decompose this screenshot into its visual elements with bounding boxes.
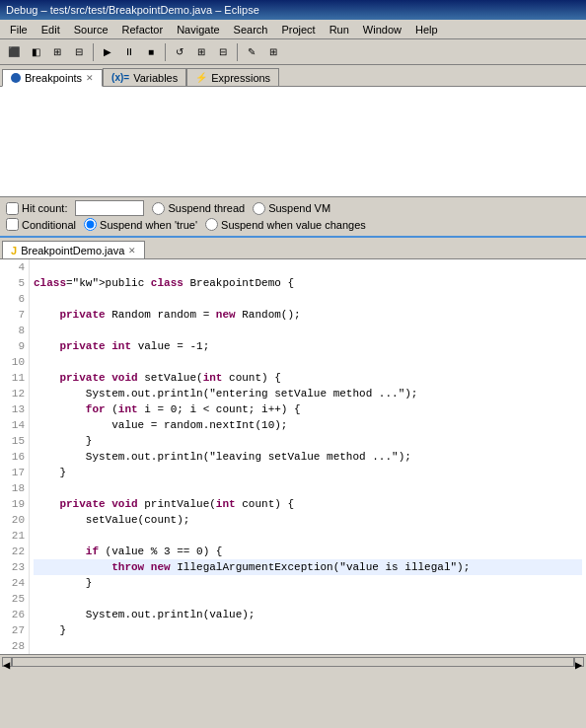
tab-breakpoints-close[interactable]: ✕: [86, 73, 94, 83]
line-number: 24: [4, 575, 25, 591]
suspend-thread-radio-label[interactable]: Suspend thread: [152, 202, 245, 215]
toolbar-btn-1[interactable]: ⬛: [4, 42, 24, 62]
hit-count-input[interactable]: [75, 200, 144, 216]
line-number: 10: [4, 354, 25, 370]
code-line[interactable]: if (value % 3 == 0) {: [34, 544, 582, 559]
code-line[interactable]: [34, 528, 582, 544]
menu-edit[interactable]: Edit: [36, 23, 66, 36]
line-number: 21: [4, 528, 25, 544]
toolbar-sep-2: [165, 43, 166, 61]
code-line[interactable]: [34, 638, 582, 654]
line-number: 5: [4, 275, 25, 291]
line-number: 16: [4, 449, 25, 465]
toolbar-btn-6[interactable]: ⊞: [191, 42, 211, 62]
code-content[interactable]: class="kw">public class BreakpointDemo {…: [30, 259, 586, 654]
window-title: Debug – test/src/test/BreakpointDemo.jav…: [6, 4, 259, 16]
line-number: 7: [4, 307, 25, 323]
code-line[interactable]: System.out.println("leaving setValue met…: [34, 449, 582, 465]
menu-refactor[interactable]: Refactor: [116, 23, 170, 36]
code-line[interactable]: }: [34, 575, 582, 591]
tab-breakpoints[interactable]: Breakpoints ✕: [2, 69, 103, 87]
menu-help[interactable]: Help: [409, 23, 444, 36]
code-line[interactable]: setValue(count);: [34, 512, 582, 528]
scroll-track[interactable]: [12, 657, 574, 667]
code-line[interactable]: [34, 291, 582, 307]
toolbar-stop[interactable]: ■: [141, 42, 161, 62]
toolbar-btn-8[interactable]: ✎: [242, 42, 261, 62]
line-number: 13: [4, 401, 25, 417]
toolbar-btn-2[interactable]: ◧: [26, 42, 45, 62]
suspend-true-radio-label[interactable]: Suspend when 'true': [84, 218, 197, 231]
suspend-thread-label: Suspend thread: [168, 202, 245, 214]
scroll-left-btn[interactable]: ◀: [2, 657, 12, 667]
menu-file[interactable]: File: [4, 23, 34, 36]
menu-run[interactable]: Run: [324, 23, 355, 36]
line-number: 11: [4, 370, 25, 386]
suspend-value-changes-radio-label[interactable]: Suspend when value changes: [205, 218, 366, 231]
menu-source[interactable]: Source: [68, 23, 114, 36]
code-line[interactable]: private Random random = new Random();: [34, 307, 582, 323]
code-line[interactable]: System.out.println(value);: [34, 607, 582, 622]
toolbar-btn-5[interactable]: ↺: [170, 42, 189, 62]
horizontal-scrollbar[interactable]: ◀ ▶: [0, 654, 586, 668]
editor-tab-close[interactable]: ✕: [128, 246, 136, 255]
line-number: 27: [4, 622, 25, 638]
code-line[interactable]: System.out.println("entering setValue me…: [34, 386, 582, 401]
line-number: 23: [4, 559, 25, 575]
code-line[interactable]: }: [34, 433, 582, 449]
editor-tab-java[interactable]: J BreakpointDemo.java ✕: [2, 241, 145, 258]
toolbar-btn-7[interactable]: ⊟: [213, 42, 233, 62]
suspend-vm-label: Suspend VM: [268, 202, 330, 214]
menu-window[interactable]: Window: [357, 23, 407, 36]
hit-count-checkbox[interactable]: [6, 202, 19, 215]
code-line[interactable]: for (int i = 0; i < count; i++) {: [34, 401, 582, 417]
suspend-vm-radio[interactable]: [253, 202, 265, 215]
code-line[interactable]: class="kw">public class BreakpointDemo {: [34, 275, 582, 291]
line-number: 18: [4, 480, 25, 496]
line-number: 15: [4, 433, 25, 449]
suspend-vm-radio-label[interactable]: Suspend VM: [253, 202, 330, 215]
code-line[interactable]: [34, 259, 582, 275]
code-line[interactable]: private void printValue(int count) {: [34, 496, 582, 512]
line-number: 26: [4, 607, 25, 622]
line-number: 9: [4, 338, 25, 354]
control-row-2: Conditional Suspend when 'true' Suspend …: [6, 218, 580, 231]
conditional-label: Conditional: [22, 219, 76, 231]
code-line[interactable]: [34, 354, 582, 370]
menu-search[interactable]: Search: [228, 23, 274, 36]
title-bar: Debug – test/src/test/BreakpointDemo.jav…: [0, 0, 586, 20]
hit-count-checkbox-label[interactable]: Hit count:: [6, 202, 67, 215]
conditional-checkbox-label[interactable]: Conditional: [6, 218, 76, 231]
line-numbers: 4567891011121314151617181920212223242526…: [0, 259, 30, 654]
code-line[interactable]: [34, 480, 582, 496]
code-line[interactable]: private void setValue(int count) {: [34, 370, 582, 386]
menu-navigate[interactable]: Navigate: [171, 23, 225, 36]
menu-project[interactable]: Project: [275, 23, 321, 36]
suspend-true-radio[interactable]: [84, 218, 97, 231]
line-number: 14: [4, 417, 25, 433]
code-line[interactable]: throw new IllegalArgumentException("valu…: [34, 559, 582, 575]
suspend-thread-radio[interactable]: [152, 202, 165, 215]
variables-icon: (x)=: [111, 72, 129, 83]
code-line[interactable]: [34, 591, 582, 607]
toolbar-resume[interactable]: ▶: [98, 42, 117, 62]
conditional-checkbox[interactable]: [6, 218, 19, 231]
tab-expressions[interactable]: ⚡ Expressions: [186, 68, 279, 86]
code-line[interactable]: private int value = -1;: [34, 338, 582, 354]
toolbar-pause[interactable]: ⏸: [119, 42, 139, 62]
toolbar-btn-9[interactable]: ⊞: [263, 42, 283, 62]
suspend-value-changes-radio[interactable]: [205, 218, 218, 231]
toolbar-btn-3[interactable]: ⊞: [47, 42, 67, 62]
scroll-right-btn[interactable]: ▶: [574, 657, 584, 667]
line-number: 6: [4, 291, 25, 307]
code-line[interactable]: }: [34, 465, 582, 480]
toolbar-sep-3: [237, 43, 238, 61]
code-line[interactable]: }: [34, 622, 582, 638]
suspend-true-label: Suspend when 'true': [100, 219, 197, 231]
editor-tab-bar: J BreakpointDemo.java ✕: [0, 238, 586, 259]
code-line[interactable]: [34, 323, 582, 338]
tab-variables[interactable]: (x)= Variables: [103, 68, 186, 86]
code-line[interactable]: value = random.nextInt(10);: [34, 417, 582, 433]
toolbar-btn-4[interactable]: ⊟: [69, 42, 89, 62]
control-row-1: Hit count: Suspend thread Suspend VM: [6, 200, 580, 216]
